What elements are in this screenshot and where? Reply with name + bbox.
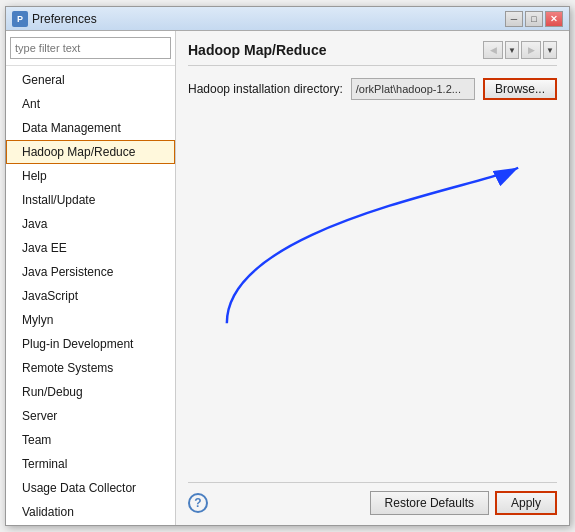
forward-dropdown[interactable]: ▼ (543, 41, 557, 59)
sidebar-item-mylyn[interactable]: Mylyn (6, 308, 175, 332)
sidebar-item-terminal[interactable]: Terminal (6, 452, 175, 476)
help-button[interactable]: ? (188, 493, 208, 513)
maximize-button[interactable]: □ (525, 11, 543, 27)
main-content: General Ant Data Management Hadoop Map/R… (6, 31, 569, 525)
minimize-button[interactable]: ─ (505, 11, 523, 27)
forward-button[interactable]: ▶ (521, 41, 541, 59)
sidebar-item-hadoop[interactable]: Hadoop Map/Reduce (6, 140, 175, 164)
help-area: ? (188, 493, 208, 513)
sidebar-item-install-update[interactable]: Install/Update (6, 188, 175, 212)
sidebar-item-java-ee[interactable]: Java EE (6, 236, 175, 260)
sidebar-item-ant[interactable]: Ant (6, 92, 175, 116)
sidebar-item-web[interactable]: Web (6, 524, 175, 525)
close-button[interactable]: ✕ (545, 11, 563, 27)
sidebar-item-help[interactable]: Help (6, 164, 175, 188)
restore-defaults-button[interactable]: Restore Defaults (370, 491, 489, 515)
sidebar-item-java[interactable]: Java (6, 212, 175, 236)
sidebar-item-remote-systems[interactable]: Remote Systems (6, 356, 175, 380)
hadoop-dir-row: Hadoop installation directory: /orkPlat\… (188, 78, 557, 100)
preferences-window: P Preferences ─ □ ✕ General Ant Data Man… (5, 6, 570, 526)
search-input[interactable] (10, 37, 171, 59)
sidebar-item-team[interactable]: Team (6, 428, 175, 452)
sidebar-item-data-management[interactable]: Data Management (6, 116, 175, 140)
hadoop-dir-label: Hadoop installation directory: (188, 82, 343, 96)
nav-arrows: ◀ ▼ ▶ ▼ (483, 41, 557, 59)
search-box (6, 31, 175, 66)
right-panel: Hadoop Map/Reduce ◀ ▼ ▶ ▼ Hadoop install… (176, 31, 569, 525)
sidebar-item-run-debug[interactable]: Run/Debug (6, 380, 175, 404)
browse-button[interactable]: Browse... (483, 78, 557, 100)
sidebar-item-validation[interactable]: Validation (6, 500, 175, 524)
panel-header: Hadoop Map/Reduce ◀ ▼ ▶ ▼ (188, 41, 557, 66)
hadoop-dir-value: /orkPlat\hadoop-1.2... (351, 78, 475, 100)
window-title: Preferences (32, 12, 505, 26)
panel-title: Hadoop Map/Reduce (188, 42, 326, 58)
sidebar-item-java-persistence[interactable]: Java Persistence (6, 260, 175, 284)
sidebar: General Ant Data Management Hadoop Map/R… (6, 31, 176, 525)
titlebar: P Preferences ─ □ ✕ (6, 7, 569, 31)
annotation-area (188, 110, 557, 478)
panel-footer: ? Restore Defaults Apply (188, 482, 557, 515)
apply-button[interactable]: Apply (495, 491, 557, 515)
back-dropdown[interactable]: ▼ (505, 41, 519, 59)
sidebar-item-general[interactable]: General (6, 68, 175, 92)
nav-list: General Ant Data Management Hadoop Map/R… (6, 66, 175, 525)
panel-body: Hadoop installation directory: /orkPlat\… (188, 78, 557, 478)
sidebar-item-javascript[interactable]: JavaScript (6, 284, 175, 308)
sidebar-item-server[interactable]: Server (6, 404, 175, 428)
window-icon: P (12, 11, 28, 27)
titlebar-controls: ─ □ ✕ (505, 11, 563, 27)
sidebar-item-usage-data-collector[interactable]: Usage Data Collector (6, 476, 175, 500)
sidebar-item-plugin-development[interactable]: Plug-in Development (6, 332, 175, 356)
back-button[interactable]: ◀ (483, 41, 503, 59)
